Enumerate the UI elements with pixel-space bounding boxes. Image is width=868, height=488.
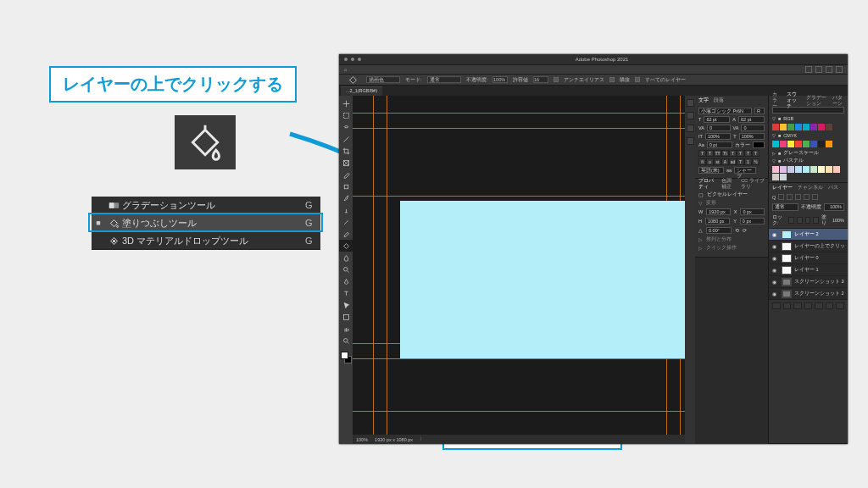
tab-character[interactable]: 文字 [698,97,709,103]
tolerance-input[interactable]: 16 [533,76,548,83]
new-adjustment-button[interactable] [804,302,813,309]
swatch[interactable] [803,124,810,130]
pen-tool[interactable] [339,275,353,287]
swatch-folder[interactable]: ▽■RGB [769,115,848,122]
flyout-item-3d-material[interactable]: 3D マテリアルドロップツール G [92,232,320,250]
prop-y-input[interactable]: 0 px [740,218,765,225]
lock-transparency-icon[interactable] [788,217,794,224]
hand-tool[interactable] [339,323,353,335]
swatch[interactable] [818,166,825,173]
layer-filter-icon[interactable]: Q [772,195,776,200]
eyedropper-tool[interactable] [339,169,353,180]
antialiasing-select[interactable]: シャープ [734,167,756,174]
font-select[interactable]: 小塚ゴシック Pr6N [698,108,752,114]
layer-row[interactable]: ◉スクリーンショット 2...0.05 20.39.16 [769,287,848,299]
swatch[interactable] [772,124,779,130]
swatch[interactable] [833,166,840,173]
history-brush-tool[interactable] [339,216,353,228]
type-tool[interactable] [339,287,353,299]
filter-type-icon[interactable] [795,194,801,200]
home-icon[interactable]: ⌂ [344,67,347,72]
swatch[interactable] [780,174,787,180]
layer-mask-button[interactable] [793,302,802,309]
font-weight-select[interactable]: R [754,108,765,114]
text-color-swatch[interactable] [753,141,765,148]
prop-x-input[interactable]: 0 px [740,208,765,215]
layer-row[interactable]: ◉レイヤーの上でクリックする [769,240,848,252]
filter-pixel-icon[interactable] [778,194,784,200]
swatch[interactable] [826,166,832,173]
tab-channels[interactable]: チャンネル [798,185,823,191]
swatch-folder[interactable]: ▷■グレースケール [769,149,848,157]
hscale-input[interactable]: 100% [739,133,765,140]
swatch-folder[interactable]: ▽■CMYK [769,132,848,139]
flyout-item-gradient[interactable]: グラデーションツール G [92,197,320,214]
layer-fx-button[interactable] [783,302,792,309]
filter-shape-icon[interactable] [804,194,810,200]
eraser-tool[interactable] [339,228,353,240]
swatch[interactable] [772,174,779,180]
tab-gradients[interactable]: グラデーション [806,95,827,107]
crop-tool[interactable] [339,145,353,157]
swatch[interactable] [810,166,817,173]
blend-mode-select[interactable]: 通常 [772,203,798,211]
tab-color[interactable]: カラー [772,92,782,109]
frame-tool[interactable] [339,157,353,169]
mode-select[interactable]: 通常 [427,76,461,83]
healing-tool[interactable] [339,180,353,192]
lock-all-icon[interactable] [813,217,819,224]
fill-input[interactable]: 100% [832,218,844,223]
tab-properties[interactable]: プロパティ [698,178,716,190]
document-tabs[interactable]: ...2_1(RGB/8#) [339,86,848,96]
document-tab[interactable]: ...2_1(RGB/8#) [341,86,382,96]
dodge-tool[interactable] [339,263,353,275]
swatch[interactable] [803,141,810,147]
layer-row[interactable]: ◉スクリーンショット 20...27 20.39.12 [769,275,848,287]
swatch[interactable] [787,166,794,173]
prop-angle-input[interactable]: 0.00° [706,227,732,234]
lang-select[interactable]: 英語(米) [698,167,724,174]
delete-layer-button[interactable] [836,302,844,309]
visibility-toggle[interactable]: ◉ [769,267,779,273]
fill-source-select[interactable]: 描画色 [366,76,400,83]
filter-adj-icon[interactable] [787,194,793,200]
swatch-folder[interactable]: ▽■パステル [769,157,848,164]
shape-tool[interactable] [339,311,353,323]
type-style-buttons[interactable]: TTTTTtTTTT [698,150,765,157]
magic-wand-tool[interactable] [339,133,353,145]
tab-swatches[interactable]: スウォッチ [787,92,802,109]
new-layer-button[interactable] [826,302,834,309]
visibility-toggle[interactable]: ◉ [769,231,779,237]
prop-w-input[interactable]: 1920 px [706,208,731,215]
swatch[interactable] [780,141,787,147]
canvas-area[interactable]: 100% 1920 px x 1080 px 〉 [353,96,685,444]
tab-libraries[interactable]: CC ライブラリ [741,178,765,190]
swatch[interactable] [795,141,802,147]
prop-h-input[interactable]: 1080 px [705,218,730,225]
swatch[interactable] [780,124,787,130]
swatch[interactable] [818,141,825,147]
visibility-toggle[interactable]: ◉ [769,243,779,249]
move-tool[interactable] [339,97,353,109]
link-layers-button[interactable] [772,302,781,309]
tab-paragraph[interactable]: 段落 [714,97,724,103]
paint-bucket-tool[interactable] [339,240,353,252]
traffic-lights[interactable] [344,58,361,61]
tab-patterns[interactable]: パターン [832,95,844,107]
menu-bar[interactable]: ⌂ [339,65,848,75]
blur-tool[interactable] [339,252,353,263]
swatch[interactable] [826,124,832,130]
layer-row[interactable]: ◉レイヤー 2 [769,228,848,240]
filter-smart-icon[interactable] [812,194,818,200]
swatch[interactable] [780,166,787,173]
antialias-checkbox[interactable] [554,77,559,82]
stamp-tool[interactable] [339,204,353,216]
path-select-tool[interactable] [339,299,353,311]
brush-tool[interactable] [339,192,353,204]
swatch[interactable] [787,124,794,130]
lasso-tool[interactable] [339,121,353,133]
lock-pixels-icon[interactable] [797,217,803,224]
vscale-input[interactable]: 100% [705,133,731,140]
color-swatch[interactable] [339,350,353,369]
tab-adjustments[interactable]: 色調補正 [721,178,736,190]
